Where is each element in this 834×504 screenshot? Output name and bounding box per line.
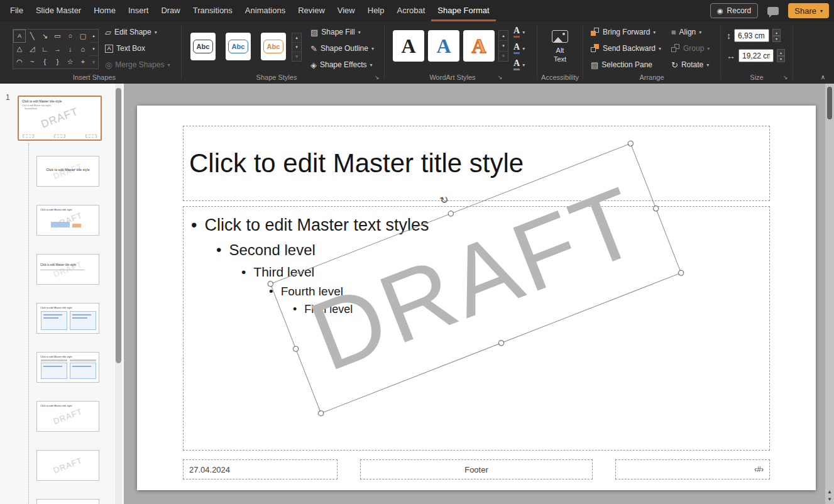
shape-height-input[interactable] [734, 29, 769, 42]
styles-scroll-up-icon[interactable]: ▴ [292, 33, 301, 42]
record-button[interactable]: ◉ Record [710, 3, 758, 18]
send-backward-button[interactable]: Send Backward ▾ [588, 41, 664, 56]
comments-button[interactable] [764, 3, 782, 18]
next-slide-icon[interactable]: ▼ [827, 496, 832, 503]
tab-acrobat[interactable]: Acrobat [391, 0, 432, 21]
tab-transitions[interactable]: Transitions [187, 0, 239, 21]
title-placeholder[interactable]: Click to edit Master title style [183, 126, 770, 201]
plus-shape-icon[interactable]: + [77, 55, 89, 68]
tab-help[interactable]: Help [361, 0, 391, 21]
layout-thumbnail-section-header[interactable]: DRAFT Click to edit Master title style [36, 254, 99, 285]
wordart-scroll-down-icon[interactable]: ▾ [499, 40, 508, 50]
tab-file[interactable]: File [4, 0, 30, 21]
layout-thumbnail-blank[interactable]: DRAFT [36, 450, 99, 481]
layout-thumbnail-comparison[interactable]: Click to edit Master title style [36, 352, 99, 383]
line-shape-icon[interactable]: ╲ [26, 30, 38, 43]
left-brace-shape-icon[interactable]: { [38, 55, 51, 68]
rectangle-shape-icon[interactable]: ▭ [51, 30, 63, 43]
height-increase-icon[interactable]: ▴ [772, 29, 781, 36]
group-separator [384, 25, 385, 79]
thumbnail-scrollbar-thumb[interactable] [116, 88, 121, 363]
tab-slide-master[interactable]: Slide Master [30, 0, 87, 21]
star-shape-icon[interactable]: ☆ [64, 55, 77, 68]
rotate-button[interactable]: ↻ Rotate ▾ [669, 57, 711, 72]
layout-thumbnail-clipped[interactable]: DRAFT [36, 499, 99, 504]
elbow-shape-icon[interactable]: ∟ [38, 43, 51, 56]
selection-pane-button[interactable]: ▤ Selection Pane [588, 57, 655, 72]
triangle-shape-icon[interactable]: △ [13, 43, 26, 56]
tab-insert[interactable]: Insert [122, 0, 155, 21]
text-outline-button[interactable]: A ▾ [512, 41, 527, 56]
styles-more-icon[interactable]: ▿ [292, 52, 301, 61]
wordart-more-icon[interactable]: ▿ [499, 51, 508, 61]
tab-review[interactable]: Review [292, 0, 331, 21]
group-button[interactable]: Group ▾ [669, 41, 712, 56]
previous-slide-icon[interactable]: ▲ [827, 489, 832, 495]
layout-thumbnail-two-content[interactable]: Click to edit Master title style [36, 303, 99, 334]
thumb-header-bar [70, 359, 96, 361]
tab-animations[interactable]: Animations [239, 0, 292, 21]
layout-thumbnail-content[interactable]: DRAFT Click to edit Master title style [36, 205, 99, 236]
edit-shape-button[interactable]: ▱ Edit Shape ▾ [102, 25, 160, 40]
align-button[interactable]: ≡ Align ▾ [669, 25, 704, 40]
wordart-style-preset-3[interactable]: A [463, 30, 495, 62]
arc-shape-icon[interactable]: ◠ [13, 55, 26, 68]
layout-thumbnail-title-slide[interactable]: DRAFT Click to edit Master title style [36, 156, 99, 187]
curve-shape-icon[interactable]: ~ [26, 55, 38, 68]
alt-text-button[interactable]: Alt Text [542, 25, 578, 72]
gallery-scroll-up-icon[interactable]: ▴ [89, 30, 98, 42]
tab-view[interactable]: View [331, 0, 361, 21]
gallery-more-icon[interactable]: ▿ [89, 55, 98, 68]
share-button[interactable]: Share ▾ [788, 3, 829, 18]
shape-fill-button[interactable]: ▨ Shape Fill ▾ [308, 25, 363, 40]
width-increase-icon[interactable]: ▴ [777, 49, 785, 56]
size-dialog-launcher-icon[interactable]: ↘ [783, 74, 788, 80]
shape-style-preset-2[interactable]: Abc [226, 33, 251, 60]
canvas-scrollbar-track[interactable]: ▲ ▼ [825, 84, 834, 504]
merge-shapes-button[interactable]: ◎ Merge Shapes ▾ [102, 57, 172, 72]
arrow-shape-icon[interactable]: ↘ [38, 30, 51, 43]
master-thumbnail[interactable]: Click to edit Master title style Click t… [18, 96, 102, 141]
shape-styles-dialog-launcher-icon[interactable]: ↘ [375, 74, 380, 80]
styles-scroll-down-icon[interactable]: ▾ [292, 42, 301, 52]
wordart-style-preset-1[interactable]: A [393, 30, 424, 62]
arrange-group-label: Arrange [601, 74, 702, 81]
slide-master-canvas[interactable]: Click to edit Master title style • Click… [137, 106, 816, 490]
tab-home[interactable]: Home [87, 0, 122, 21]
right-arrow-shape-icon[interactable]: → [51, 43, 63, 56]
right-triangle-shape-icon[interactable]: ◿ [26, 43, 38, 56]
footer-placeholder[interactable]: Footer [360, 459, 593, 479]
shape-style-preset-3[interactable]: Abc [261, 33, 286, 60]
right-brace-shape-icon[interactable]: } [51, 55, 63, 68]
wordart-scroll-up-icon[interactable]: ▴ [499, 31, 508, 40]
text-box-button[interactable]: A Text Box [102, 41, 148, 56]
height-decrease-icon[interactable]: ▾ [772, 36, 781, 43]
width-decrease-icon[interactable]: ▾ [777, 56, 785, 63]
group-label-text: Group [683, 44, 704, 53]
collapse-ribbon-icon[interactable]: ∧ [821, 74, 825, 80]
text-fill-button[interactable]: A ▾ [512, 25, 527, 40]
layout-thumbnail-title-only[interactable]: Click to edit Master title style DRAFT [36, 401, 99, 432]
gallery-scroll-down-icon[interactable]: ▾ [89, 42, 98, 55]
date-placeholder[interactable]: 27.04.2024 [183, 459, 337, 479]
shape-width-input[interactable] [738, 49, 774, 62]
slide-number-placeholder[interactable]: ‹#› [615, 459, 770, 479]
wordart-dialog-launcher-icon[interactable]: ↘ [498, 74, 503, 80]
thumb-content-block [51, 222, 70, 227]
bring-forward-button[interactable]: Bring Forward ▾ [588, 25, 658, 40]
text-effects-icon: A [513, 59, 520, 70]
down-arrow-shape-icon[interactable]: ↓ [64, 43, 77, 56]
text-effects-button[interactable]: A ▾ [512, 57, 527, 72]
oval-shape-icon[interactable]: ○ [64, 30, 77, 43]
tab-draw[interactable]: Draw [155, 0, 186, 21]
shape-effects-button[interactable]: ◈ Shape Effects ▾ [308, 57, 375, 72]
shape-style-preset-1[interactable]: Abc [190, 33, 216, 60]
pentagon-shape-icon[interactable]: ⌂ [77, 43, 89, 56]
shape-outline-button[interactable]: ✎ Shape Outline ▾ [308, 41, 376, 56]
text-box-shape-icon[interactable]: A [13, 30, 26, 43]
canvas-scrollbar-thumb[interactable] [827, 87, 832, 119]
shape-style-preview: Abc [263, 40, 284, 53]
wordart-style-preset-2[interactable]: A [428, 30, 459, 62]
tab-shape-format[interactable]: Shape Format [431, 0, 495, 21]
rounded-rectangle-shape-icon[interactable]: ▢ [77, 30, 89, 43]
